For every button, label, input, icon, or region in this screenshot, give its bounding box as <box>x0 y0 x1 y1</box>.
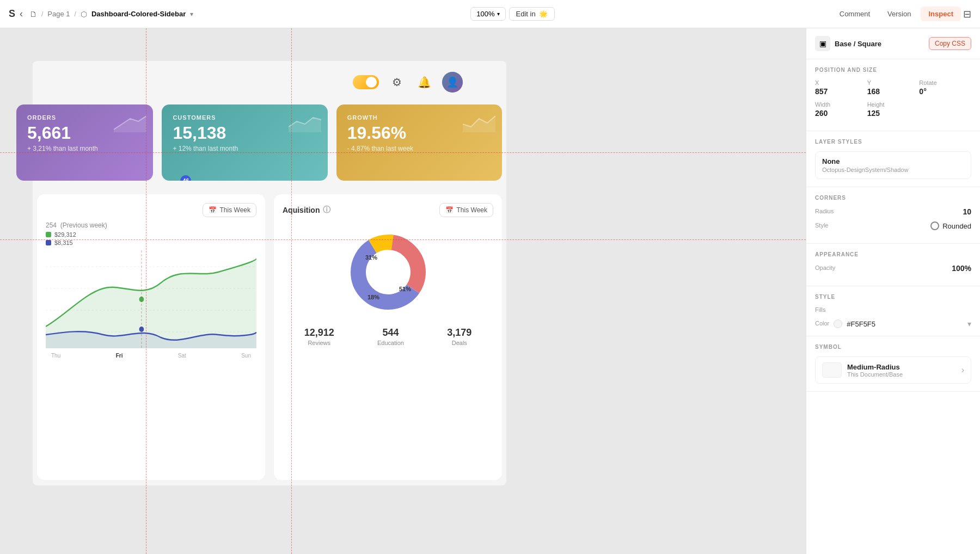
acq-stat-education: 544 Education <box>377 327 404 346</box>
deals-label: Deals <box>447 340 471 346</box>
acq-stat-deals: 3,179 Deals <box>447 327 471 346</box>
education-label: Education <box>377 340 404 346</box>
corners-title: CORNERS <box>815 195 971 201</box>
notifications-icon[interactable]: 🔔 <box>415 73 433 91</box>
color-label: Color <box>815 320 829 327</box>
info-icon[interactable]: ⓘ <box>323 205 330 215</box>
component-icon: ⬡ <box>81 10 87 19</box>
metric-cards-row: ORDERS 5,661 + 3,21% than last month Med… <box>33 104 506 181</box>
reviews-value: 12,912 <box>304 327 334 338</box>
acq-title: Aquisition ⓘ <box>283 205 330 215</box>
tab-version[interactable]: Version <box>880 7 918 21</box>
avatar[interactable]: 👤 <box>442 72 463 93</box>
x-value: 857 <box>815 87 867 96</box>
canvas-inner: ⚙ 🔔 👤 ORDERS 5,661 + 3,21% than last mon… <box>33 61 506 485</box>
color-value: #F5F5F5 <box>847 320 963 328</box>
symbol-arrow-icon[interactable]: › <box>961 365 964 375</box>
bottom-row: 📅 This Week 254 (Previous week) $29,312 <box>33 194 506 480</box>
orders-sub: + 3,21% than last month <box>27 145 142 152</box>
layer-style-name: None <box>822 157 964 165</box>
this-week-button-chart[interactable]: 📅 This Week <box>203 203 256 217</box>
x-label-fri: Fri <box>116 353 123 359</box>
prev-label: (Previous week) <box>60 221 107 229</box>
prev-week-info: 254 (Previous week) <box>46 221 256 229</box>
rotate-label: Rotate <box>919 79 971 86</box>
breadcrumb-page[interactable]: Page 1 <box>47 10 70 18</box>
prev-value: 254 <box>46 221 57 229</box>
position-row-1: X 857 Y 168 Rotate 0° <box>815 79 971 96</box>
rotate-value: 0° <box>919 87 971 96</box>
height-field: Height 125 <box>867 101 920 118</box>
topbar-left: S ‹ 🗋 / Page 1 / ⬡ Dashboard-Colored-Sid… <box>9 8 193 20</box>
this-week-label-acq: This Week <box>457 206 487 214</box>
legend-dot-1 <box>46 232 51 237</box>
line-chart-svg <box>46 250 256 348</box>
chart-panel-header: 📅 This Week <box>46 203 256 217</box>
opacity-value: 100% <box>952 264 971 273</box>
breadcrumb-sep2: / <box>75 10 76 18</box>
acq-title-text: Aquisition <box>283 206 320 214</box>
x-label: X <box>815 79 867 86</box>
right-panel: ▣ Base / Square Copy CSS POSITION AND SI… <box>806 28 980 554</box>
y-field: Y 168 <box>867 79 920 96</box>
zoom-button[interactable]: 100% ▾ <box>470 7 505 21</box>
layer-styles-title: LAYER STYLES <box>815 139 971 145</box>
rounded-style-value: Rounded <box>942 222 971 230</box>
appearance-section: APPEARANCE Opacity 100% <box>806 244 980 286</box>
doc-icon: 🗋 <box>29 10 37 19</box>
y-label: Y <box>867 79 920 86</box>
x-label-thu: Thu <box>51 353 60 359</box>
customers-sub: + 12% than last month <box>173 145 316 152</box>
back-button[interactable]: ‹ <box>20 8 23 20</box>
x-label-sat: Sat <box>178 353 186 359</box>
legend-dot-2 <box>46 240 51 245</box>
rotate-field: Rotate 0° <box>919 79 971 96</box>
rounded-style: Rounded <box>930 221 971 230</box>
opacity-label: Opacity <box>815 264 835 271</box>
radius-label: Radius <box>815 208 834 214</box>
expand-icon[interactable]: ▾ <box>967 319 971 328</box>
growth-card[interactable]: GROWTH 19.56% - 4,87% than last week <box>336 104 502 181</box>
width-label: Width <box>815 101 867 108</box>
donut-chart-svg: 31% 51% 18% <box>342 226 434 318</box>
acquisition-panel[interactable]: Aquisition ⓘ 📅 This Week <box>274 194 502 480</box>
this-week-button-acq[interactable]: 📅 This Week <box>439 203 493 217</box>
toggle-panel-button[interactable]: ⊟ <box>963 8 971 20</box>
svg-text:18%: 18% <box>367 294 379 300</box>
logo[interactable]: S <box>9 8 15 20</box>
orders-card[interactable]: ORDERS 5,661 + 3,21% than last month <box>16 104 153 181</box>
position-section-title: POSITION AND SIZE <box>815 67 971 73</box>
color-row: Color #F5F5F5 ▾ <box>815 319 971 328</box>
style-row: Style Rounded <box>815 221 971 230</box>
dropdown-arrow-icon[interactable]: ▾ <box>190 10 193 18</box>
settings-icon[interactable]: ⚙ <box>388 73 406 91</box>
canvas-area[interactable]: ⚙ 🔔 👤 ORDERS 5,661 + 3,21% than last mon… <box>0 28 806 554</box>
layer-styles-section: LAYER STYLES None Octopus-DesignSystem/S… <box>806 131 980 187</box>
component-name: Base / Square <box>835 40 881 48</box>
layer-style-path: Octopus-DesignSystem/Shadow <box>822 167 964 173</box>
theme-toggle[interactable] <box>353 75 379 89</box>
breadcrumb-file[interactable]: Dashboard-Colored-Sidebar <box>91 10 186 18</box>
topbar-center: 100% ▾ Edit in 🌟 <box>470 7 554 21</box>
customers-card[interactable]: Medium-Radius → 43 20 46 147 CUSTOMERS 1… <box>162 104 327 181</box>
edit-in-button[interactable]: Edit in 🌟 <box>509 7 555 21</box>
height-label: Height <box>867 101 920 108</box>
copy-css-button[interactable]: Copy CSS <box>929 37 971 50</box>
style-label: Style <box>815 222 828 229</box>
y-value: 168 <box>867 87 920 96</box>
tab-inspect[interactable]: Inspect <box>921 7 961 21</box>
main-layout: ⚙ 🔔 👤 ORDERS 5,661 + 3,21% than last mon… <box>0 28 980 554</box>
style-section: STYLE Fills Color #F5F5F5 ▾ <box>806 286 980 336</box>
legend-item-1: $29,312 <box>46 231 256 238</box>
deals-value: 3,179 <box>447 327 471 338</box>
radius-row: Radius 10 <box>815 207 971 216</box>
dashboard-header: ⚙ 🔔 👤 <box>353 72 463 93</box>
tab-comment[interactable]: Comment <box>832 7 878 21</box>
badge-bl: 46 <box>180 175 191 181</box>
symbol-box[interactable]: Medium-Radius This Document/Base › <box>815 356 971 384</box>
color-swatch[interactable] <box>834 319 842 328</box>
component-type-icon: ▣ <box>815 36 830 51</box>
reviews-label: Reviews <box>304 340 334 346</box>
zoom-chevron-icon: ▾ <box>497 11 500 17</box>
line-chart-panel[interactable]: 📅 This Week 254 (Previous week) $29,312 <box>37 194 265 480</box>
